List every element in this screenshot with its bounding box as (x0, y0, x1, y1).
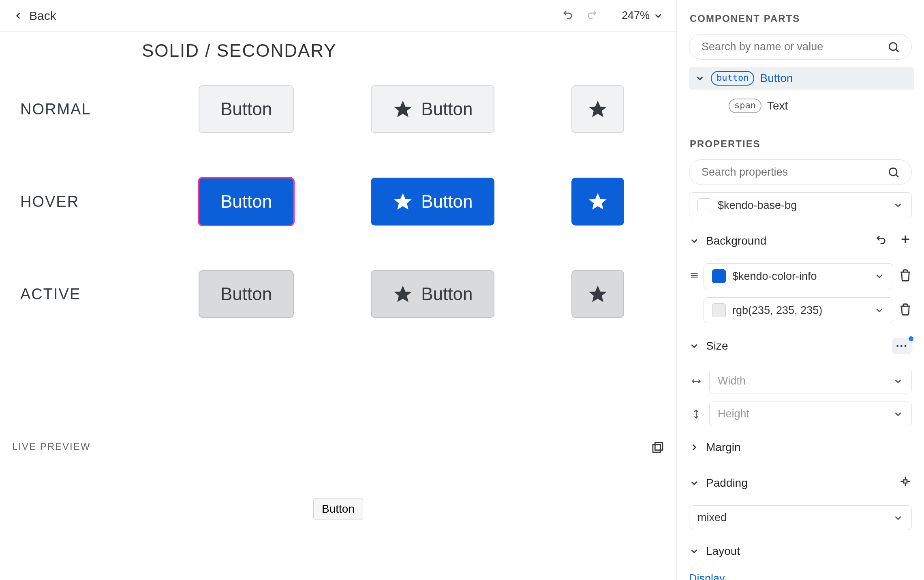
button-hover-icon-text[interactable]: Button (371, 178, 494, 226)
reset-icon (875, 233, 888, 246)
back-label: Back (29, 9, 56, 23)
plus-icon (899, 233, 912, 246)
width-placeholder: Width (718, 375, 746, 387)
group-header-size[interactable]: Size ··· (689, 331, 912, 361)
design-canvas[interactable]: SOLID / SECONDARY NORMAL Button Button (0, 32, 676, 430)
state-label: ACTIVE (20, 286, 118, 303)
bg-color-rgb-select[interactable]: rgb(235, 235, 235) (704, 297, 893, 323)
tree-label: Text (767, 99, 788, 112)
button-active-icon[interactable] (571, 270, 624, 318)
chevron-down-icon (689, 236, 699, 246)
expand-sides-button[interactable] (899, 475, 912, 491)
indicator-dot (909, 336, 913, 341)
button-normal-icon-text[interactable]: Button (371, 85, 494, 133)
color-swatch (712, 269, 726, 283)
chevron-down-icon (893, 376, 903, 387)
chevron-left-icon (13, 11, 24, 21)
button-normal-icon[interactable] (571, 85, 624, 133)
state-row-active: ACTIVE Button Button (20, 270, 676, 318)
button-hover-icon[interactable] (571, 178, 624, 226)
height-row: Height (689, 402, 912, 426)
star-icon (588, 99, 608, 119)
popout-button[interactable] (651, 441, 664, 455)
vertical-arrows-icon (691, 409, 702, 419)
tag-pill: span (729, 99, 761, 113)
group-label: Margin (706, 441, 741, 454)
group-label: Size (706, 339, 728, 352)
chevron-down-icon (689, 546, 699, 556)
svg-line-11 (896, 175, 898, 177)
star-icon (393, 284, 413, 304)
section-title: SOLID / SECONDARY (142, 41, 676, 61)
more-options-button[interactable]: ··· (892, 338, 912, 354)
state-row-hover: HOVER Button Button (20, 178, 676, 226)
background-rgb-row: rgb(235, 235, 235) (689, 297, 912, 323)
group-header-layout[interactable]: Layout (689, 538, 912, 564)
button-active-icon-text[interactable]: Button (371, 270, 494, 318)
chevron-down-icon (689, 478, 699, 488)
svg-line-9 (896, 49, 898, 52)
state-label: NORMAL (20, 101, 118, 118)
svg-marker-2 (394, 193, 412, 210)
color-swatch (712, 303, 726, 317)
add-button[interactable] (899, 233, 912, 249)
svg-point-10 (889, 168, 897, 176)
padding-value-select[interactable]: mixed (689, 505, 912, 530)
delete-button[interactable] (899, 303, 912, 318)
tree-item-span[interactable]: span Text (689, 95, 914, 117)
chevron-down-icon (874, 305, 885, 316)
star-icon (588, 284, 608, 304)
delete-button[interactable] (899, 269, 912, 284)
chevron-right-icon (689, 442, 699, 453)
tag-pill: button (711, 71, 754, 86)
back-button[interactable]: Back (13, 9, 56, 23)
drag-handle[interactable] (689, 270, 699, 282)
live-preview-title: LIVE PREVIEW (12, 441, 664, 452)
component-parts-search[interactable] (689, 34, 912, 60)
search-input[interactable] (701, 40, 887, 54)
button-hover-text-selected[interactable]: Button (199, 178, 294, 226)
svg-rect-6 (655, 443, 663, 450)
state-label: HOVER (20, 193, 118, 211)
redo-button[interactable] (586, 8, 599, 24)
popout-icon (651, 441, 664, 454)
width-select[interactable]: Width (709, 369, 912, 393)
properties-title: PROPERTIES (677, 125, 924, 159)
group-label: Background (706, 234, 766, 247)
chevron-down-icon (695, 73, 705, 84)
tree-item-button[interactable]: button Button (689, 67, 914, 90)
button-active-text[interactable]: Button (199, 270, 294, 318)
search-input[interactable] (701, 165, 887, 179)
svg-marker-1 (589, 101, 607, 117)
rgb-value: rgb(235, 235, 235) (732, 304, 822, 317)
reset-button[interactable] (875, 233, 888, 249)
svg-marker-5 (589, 286, 607, 302)
horizontal-arrows-icon (691, 376, 702, 387)
component-parts-title: COMPONENT PARTS (677, 0, 924, 34)
bg-color-token-select[interactable]: $kendo-color-info (704, 263, 893, 289)
inspector-panel: COMPONENT PARTS button Button span Text … (677, 0, 924, 580)
live-preview-button[interactable]: Button (313, 498, 363, 520)
group-header-padding[interactable]: Padding (689, 468, 912, 497)
button-normal-text[interactable]: Button (199, 85, 294, 133)
padding-value: mixed (697, 511, 727, 524)
height-select[interactable]: Height (709, 402, 912, 426)
width-row: Width (689, 369, 912, 393)
separator (610, 9, 610, 23)
base-bg-select[interactable]: $kendo-base-bg (689, 192, 912, 218)
svg-marker-4 (394, 286, 412, 302)
background-token-row: $kendo-color-info (689, 263, 912, 289)
trash-icon (899, 269, 912, 282)
canvas-topbar: Back 247% (0, 0, 676, 32)
chevron-down-icon (689, 341, 699, 351)
redo-icon (586, 8, 599, 21)
chevron-down-icon (893, 200, 903, 211)
search-icon (887, 41, 900, 54)
group-header-background[interactable]: Background (689, 226, 912, 255)
tree-label: Button (760, 72, 793, 85)
group-header-margin[interactable]: Margin (689, 434, 912, 460)
properties-search[interactable] (689, 159, 912, 185)
svg-marker-0 (394, 101, 412, 117)
undo-button[interactable] (561, 8, 574, 24)
zoom-dropdown[interactable]: 247% (622, 9, 663, 22)
